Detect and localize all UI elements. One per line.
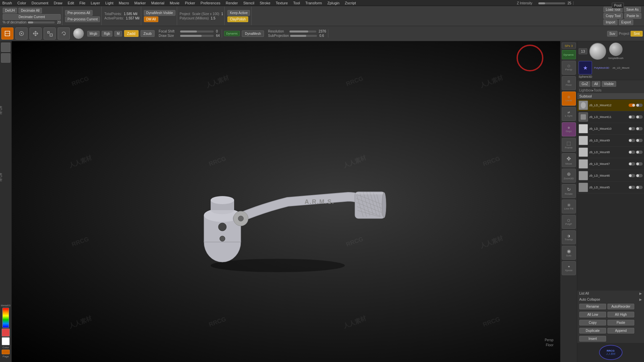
menu-marker[interactable]: Marker	[133, 1, 147, 5]
line-fill-button[interactable]: ⊞ Line Fill	[562, 199, 576, 214]
auto-reorder-button[interactable]: AutoReorder	[607, 304, 634, 309]
polyf-button[interactable]: ⬡ PolyF	[562, 215, 576, 229]
paste-button[interactable]: Paste	[607, 320, 634, 325]
subtool-toggle2-7[interactable]	[636, 186, 643, 189]
subtool-item-4[interactable]: zb_LD_Mount8	[577, 146, 644, 158]
subtool-toggle-3[interactable]	[629, 139, 635, 142]
subtool-toggle-1[interactable]	[629, 115, 635, 119]
zadd-button[interactable]: Zadd	[124, 30, 139, 37]
menu-document[interactable]: Document	[31, 1, 49, 5]
menu-texture[interactable]: Texture	[275, 1, 289, 5]
subtool-toggle2-0[interactable]	[636, 104, 643, 107]
sphere3d-preview[interactable]	[589, 43, 606, 60]
edit-mode-button[interactable]	[1, 27, 13, 40]
subtool-item-0[interactable]: zb_LD_Mount12	[577, 100, 644, 111]
color-sphere-preview[interactable]	[73, 28, 84, 39]
rotate-mode-button[interactable]	[58, 27, 70, 40]
move-mode-button[interactable]	[30, 27, 42, 40]
local-toggle[interactable]: ◎ Local	[562, 92, 576, 106]
smt-dropdown[interactable]: Smt	[631, 31, 643, 37]
import-button[interactable]: Import	[603, 19, 618, 25]
keep-active-button[interactable]: Keep Active	[227, 10, 250, 16]
all-high-button[interactable]: AII High	[607, 312, 634, 317]
transp-button[interactable]: ◑ Transp	[562, 230, 576, 244]
menu-zscript[interactable]: Zscript	[344, 1, 357, 5]
menu-render[interactable]: Render	[225, 1, 239, 5]
suv-button[interactable]: Suv	[607, 31, 618, 37]
tool-btn-2[interactable]	[1, 53, 10, 63]
duplicate-button[interactable]: Duplicate	[579, 328, 606, 334]
color-gradient[interactable]	[2, 308, 9, 328]
rotate-3d-button[interactable]: ↻ Rotate	[562, 184, 576, 198]
menu-stencil[interactable]: Stencil	[242, 1, 255, 5]
decimate-current-button[interactable]: Decimate Current	[3, 14, 61, 20]
mrgb-button[interactable]: Mrgb	[87, 31, 100, 37]
copy-button[interactable]: Copy	[579, 320, 606, 325]
menu-layer[interactable]: Layer	[90, 1, 101, 5]
visible-button[interactable]: Visible	[602, 81, 616, 87]
dynamesh-visible-button[interactable]: DynaMesh Visible	[144, 10, 175, 16]
subtool-toggle2-2[interactable]	[636, 127, 643, 130]
frame-toggle[interactable]: ⬚ Frame	[562, 138, 576, 152]
dm-all-button[interactable]: DM All	[144, 16, 158, 22]
menu-file[interactable]: File	[78, 1, 87, 5]
rgb-button[interactable]: Rgb	[102, 31, 112, 37]
subtool-toggle2-1[interactable]	[636, 115, 643, 119]
dynamic-button[interactable]: Dynamic	[224, 31, 240, 36]
polymesh3d-icon[interactable]: ★	[579, 61, 592, 74]
solo-button[interactable]: ◉ Solo	[562, 246, 576, 260]
claypolish-button[interactable]: ClayPolish	[227, 16, 248, 22]
subtool-item-5[interactable]: zb_LD_Mount7	[577, 158, 644, 170]
subtool-item-3[interactable]: zb_LD_Mount9	[577, 135, 644, 146]
menu-tool[interactable]: Tool	[292, 1, 301, 5]
background-color[interactable]	[2, 337, 10, 345]
subtool-toggle2-3[interactable]	[636, 139, 643, 142]
xpose-button[interactable]: ✦ Xpose	[562, 261, 576, 275]
insert-button[interactable]: Insert	[579, 336, 606, 342]
gxyz-toggle[interactable]: ⊕ Gxyz	[562, 122, 576, 136]
export-button[interactable]: Export	[619, 19, 633, 25]
subtool-toggle-7[interactable]	[629, 186, 635, 189]
dynamic-toggle[interactable]: Dynamic	[562, 50, 576, 59]
subtool-item-1[interactable]: zb_LD_Mount11	[577, 111, 644, 123]
z-intensity-slider[interactable]	[538, 2, 565, 4]
decimate-all-button[interactable]: Decimate All	[18, 8, 42, 13]
all-low-button[interactable]: All Low	[579, 312, 606, 317]
subtool-toggle2-6[interactable]	[636, 174, 643, 177]
lsym-toggle[interactable]: ⇌ L Sym	[562, 107, 576, 121]
menu-preferences[interactable]: Preferences	[200, 1, 221, 5]
persp-toggle[interactable]: ⬡ Persp	[562, 61, 576, 75]
resolution-slider[interactable]	[289, 31, 316, 33]
save-as-button[interactable]: Save As	[624, 7, 641, 12]
subtool-toggle2-4[interactable]	[636, 150, 643, 154]
floor-label[interactable]: Floor	[546, 343, 553, 347]
draw-mode-button[interactable]	[15, 27, 28, 40]
tool-btn-1[interactable]	[1, 43, 10, 52]
subtool-item-6[interactable]: zb_LD_Mount6	[577, 170, 644, 182]
paste-in-button[interactable]: Paste In	[624, 13, 641, 19]
subprojection-slider[interactable]	[290, 35, 317, 37]
del-uh-button[interactable]: DelUH	[3, 8, 17, 13]
menu-material[interactable]: Material	[150, 1, 165, 5]
subtool-toggle-0[interactable]	[629, 104, 635, 107]
viewport[interactable]: RRCG 人人素材 RRCG 人人素材 人人素材 RRCG 人人素材 RRCG …	[12, 41, 560, 362]
subtool-toggle-5[interactable]	[629, 162, 635, 166]
number-badge[interactable]: 13	[579, 48, 587, 54]
dynamesh-button[interactable]: DynaMesh	[242, 31, 264, 37]
spx-button[interactable]: SPx 3	[562, 43, 576, 49]
list-all-label[interactable]: List All	[579, 292, 589, 295]
zsub-button[interactable]: Zsub	[141, 30, 155, 37]
pct-decimation-slider[interactable]	[28, 21, 55, 23]
subtool-toggle-2[interactable]	[629, 127, 635, 130]
simplebrusher-preview[interactable]	[609, 43, 623, 56]
foreground-color[interactable]	[2, 328, 10, 337]
focal-shift-slider[interactable]	[180, 31, 214, 33]
m-button[interactable]: M	[114, 31, 122, 37]
rename-button[interactable]: Rename	[579, 304, 606, 309]
menu-zplugin[interactable]: Zplugin	[326, 1, 340, 5]
menu-transform[interactable]: Transform	[304, 1, 323, 5]
subtool-item-2[interactable]: zb_LD_Mount10	[577, 123, 644, 135]
move-3d-button[interactable]: ✥ Move	[562, 153, 576, 167]
subtool-toggle-6[interactable]	[629, 174, 635, 177]
menu-brush[interactable]: Brush	[1, 1, 13, 5]
